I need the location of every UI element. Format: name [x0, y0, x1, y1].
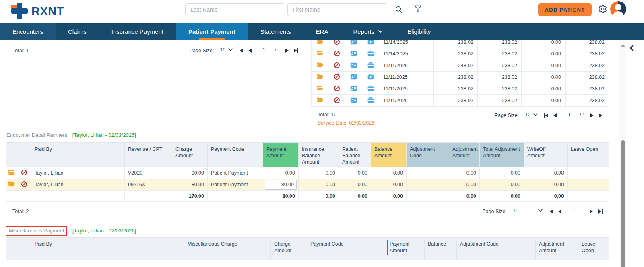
leave-open-checkbox[interactable]	[588, 170, 588, 176]
briefcase-icon[interactable]	[367, 97, 374, 103]
nav-tab-statements[interactable]: Statements	[248, 23, 303, 40]
folder-icon[interactable]	[8, 169, 15, 175]
nav-tab-claims[interactable]: Claims	[56, 23, 99, 40]
pagination-first-button[interactable]	[549, 209, 553, 214]
pagination-prev-button[interactable]	[248, 49, 252, 53]
encounter-row[interactable]: 11/14/2025238.02238.020.00238.02	[312, 40, 609, 48]
charge-amount-cell: 80.00	[172, 179, 208, 191]
page-size-select[interactable]: 10	[524, 112, 539, 119]
nav-tab-eligibility[interactable]: Eligibility	[395, 23, 443, 40]
first-name-input[interactable]	[287, 3, 387, 16]
block-icon[interactable]	[334, 97, 340, 103]
charge-amount-cell: 90.00	[172, 167, 208, 179]
insurance-balance-cell: 0.00	[299, 179, 339, 191]
encounter-row[interactable]: 11/11/2025248.02238.020.00238.02	[312, 60, 609, 72]
briefcase-icon[interactable]	[367, 62, 374, 68]
scrollbar-thumb[interactable]	[621, 140, 625, 267]
pagination-last-button[interactable]	[598, 209, 603, 214]
misc-payment-grid: Paid ByMiscellaneous ChargeCharge Amount…	[6, 237, 609, 267]
folder-icon[interactable]	[316, 62, 323, 68]
payment-row[interactable]: Taylor, Lillian99215X80.00Patient Paymen…	[6, 179, 609, 191]
amount-cell: 248.02	[434, 60, 478, 72]
payment-amount-input[interactable]: 80.00	[265, 180, 297, 190]
briefcase-icon[interactable]	[367, 40, 374, 45]
scrollbar-up-arrow-icon[interactable]	[621, 44, 625, 47]
pagination-next-button[interactable]	[590, 209, 593, 214]
total-charge-amount-cell: 170.00	[172, 191, 208, 202]
briefcase-icon[interactable]	[367, 50, 374, 56]
column-header-label: WriteOff Amount	[527, 146, 545, 158]
user-avatar[interactable]	[610, 1, 626, 17]
nav-tab-patient-payment[interactable]: Patient Payment	[176, 23, 248, 40]
block-icon[interactable]	[334, 74, 340, 80]
amount-cell: 238.02	[434, 95, 478, 107]
pagination-next-button[interactable]	[285, 49, 289, 53]
page-number-input[interactable]: 1	[562, 112, 576, 119]
pagination-first-button[interactable]	[239, 48, 243, 53]
block-icon[interactable]	[334, 40, 340, 45]
pagination-prev-button[interactable]	[553, 113, 557, 117]
briefcase-icon[interactable]	[367, 85, 374, 91]
column-header-insurance-balance-amount: Insurance Balance Amount	[299, 143, 339, 167]
nav-tab-encounters[interactable]: Encounters	[0, 23, 56, 40]
patient-card-icon[interactable]	[350, 51, 357, 56]
column-header-label: Patient Balance Amount	[342, 146, 360, 165]
pagination-last-button[interactable]	[599, 113, 603, 118]
encounter-detail-grid: Paid ByRevenue / CPTCharge AmountPayment…	[6, 142, 609, 202]
leave-open-checkbox[interactable]	[588, 181, 588, 188]
page-size-label: Page Size:	[483, 209, 507, 214]
grid-header-spacer	[6, 143, 17, 167]
nav-tab-era[interactable]: ERA	[303, 23, 341, 40]
column-header-adjustment-amount: Adjustment Amount	[536, 238, 578, 260]
encounters-list-panel: 11/14/2025238.02238.020.00238.0211/14/20…	[311, 40, 609, 130]
encounter-detail-title: Encounter Detail Payment [Taylor, Lillia…	[6, 132, 136, 138]
filter-icon[interactable]	[414, 5, 422, 14]
block-icon[interactable]	[21, 169, 27, 176]
payment-row[interactable]: Taylor, LillianV202090.00Patient Payment…	[6, 167, 609, 179]
folder-icon[interactable]	[316, 85, 323, 91]
encounter-row[interactable]: 11/14/2025238.02238.020.00238.02	[312, 48, 609, 60]
folder-icon[interactable]	[316, 40, 323, 45]
block-icon[interactable]	[334, 85, 340, 92]
folder-icon[interactable]	[316, 97, 323, 103]
block-icon[interactable]	[334, 50, 340, 57]
folder-icon[interactable]	[8, 181, 15, 187]
service-date-cell: 11/14/2025	[379, 40, 434, 48]
vertical-scrollbar[interactable]	[619, 40, 626, 267]
patient-card-icon[interactable]	[350, 40, 357, 45]
brand-text: RXNT	[31, 5, 64, 18]
total-total-adjustment-cell: 0.00	[480, 191, 524, 202]
patient-card-icon[interactable]	[350, 97, 357, 103]
block-icon[interactable]	[21, 181, 27, 187]
page-size-select[interactable]: 10	[512, 208, 543, 215]
folder-icon[interactable]	[316, 50, 323, 56]
gear-icon[interactable]	[598, 4, 607, 14]
encounter-row[interactable]: 11/11/2025238.02238.020.00238.02	[312, 95, 609, 107]
add-patient-button[interactable]: ADD PATIENT	[538, 3, 592, 16]
pagination-first-button[interactable]	[544, 113, 548, 118]
pagination-last-button[interactable]	[294, 48, 298, 53]
patient-card-icon[interactable]	[350, 62, 357, 68]
last-name-input[interactable]	[185, 3, 285, 16]
pagination-next-button[interactable]	[590, 113, 594, 117]
adjustment-code-cell	[407, 167, 449, 179]
block-icon[interactable]	[334, 62, 340, 68]
search-icon[interactable]	[394, 5, 403, 14]
page-size-select[interactable]: 10	[219, 47, 233, 54]
encounter-row[interactable]: 11/11/2025238.02238.020.00238.02	[312, 83, 609, 95]
collapse-panel-icon[interactable]	[630, 45, 634, 51]
briefcase-icon[interactable]	[367, 74, 374, 80]
column-header-label: Adjustment Amount	[539, 241, 564, 253]
nav-tab-insurance-payment[interactable]: Insurance Payment	[99, 23, 176, 40]
page-number-input[interactable]: 1	[567, 208, 581, 215]
nav-tab-label: Reports	[353, 28, 374, 35]
patient-card-icon[interactable]	[350, 74, 357, 80]
pagination-prev-button[interactable]	[558, 209, 561, 214]
nav-tab-reports[interactable]: Reports	[341, 23, 395, 40]
patient-card-icon[interactable]	[350, 86, 357, 91]
column-header-label: Balance Amount	[374, 146, 392, 158]
folder-icon[interactable]	[316, 74, 323, 80]
encounter-row[interactable]: 11/11/2025238.02238.020.00238.02	[312, 72, 609, 83]
page-number-input[interactable]: 1	[257, 47, 271, 54]
column-header-label: Payment Amount	[266, 146, 286, 158]
